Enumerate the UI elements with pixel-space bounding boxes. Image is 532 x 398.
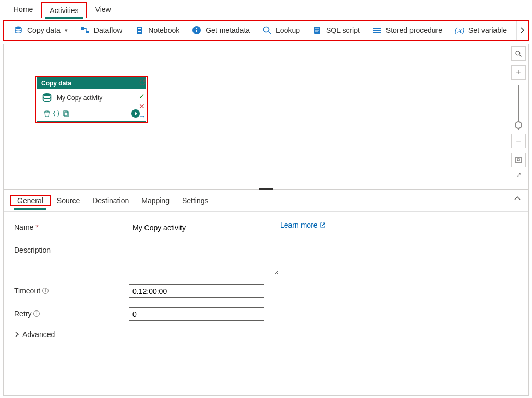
stored-procedure-icon <box>372 26 382 35</box>
advanced-label: Advanced <box>22 330 55 339</box>
expand-canvas-button[interactable]: ⤢ <box>516 171 521 178</box>
tool-dataflow[interactable]: Dataflow <box>74 22 128 38</box>
retry-input[interactable] <box>129 307 264 321</box>
tool-lookup-label: Lookup <box>276 26 300 34</box>
pipeline-canvas[interactable]: Copy data My Copy activity ✓ ✕ <box>3 44 529 190</box>
svg-rect-22 <box>516 157 521 163</box>
svg-rect-4 <box>138 28 141 29</box>
activity-card-selection: Copy data My Copy activity ✓ ✕ <box>35 76 148 123</box>
tab-source[interactable]: Source <box>51 191 86 210</box>
svg-rect-13 <box>373 28 381 29</box>
advanced-toggle[interactable]: Advanced <box>14 330 518 339</box>
tool-set-variable-label: Set variable <box>468 26 507 34</box>
activity-name-label: My Copy activity <box>57 94 102 102</box>
timeout-label: Timeout <box>14 287 40 295</box>
success-handle-icon[interactable]: ✓ <box>139 92 146 101</box>
timeout-input[interactable] <box>129 284 264 298</box>
tool-copy-data[interactable]: Copy data ▾ <box>7 22 74 38</box>
tool-dataflow-label: Dataflow <box>94 26 122 34</box>
svg-rect-15 <box>373 32 381 33</box>
retry-label: Retry <box>14 309 31 318</box>
general-form: Name * Learn more Description Timeout i … <box>4 212 528 348</box>
external-link-icon <box>320 222 326 228</box>
tab-mapping[interactable]: Mapping <box>135 191 176 210</box>
required-indicator: * <box>35 223 38 231</box>
delete-icon[interactable] <box>42 109 52 118</box>
fit-to-screen-button[interactable] <box>511 153 526 167</box>
svg-rect-6 <box>138 31 141 32</box>
name-input[interactable] <box>129 221 264 234</box>
refresh-icon[interactable] <box>139 79 146 86</box>
tool-notebook-label: Notebook <box>148 26 179 34</box>
tool-get-metadata[interactable]: Get metadata <box>186 22 256 38</box>
svg-point-9 <box>196 28 197 29</box>
svg-line-11 <box>269 32 271 34</box>
tab-home[interactable]: Home <box>5 1 41 18</box>
detail-tabs: General Source Destination Mapping Setti… <box>4 190 528 212</box>
tool-lookup[interactable]: Lookup <box>256 22 306 38</box>
collapse-panel-button[interactable] <box>514 196 521 201</box>
info-icon <box>192 26 201 35</box>
dataflow-icon <box>80 26 90 35</box>
script-icon <box>312 26 322 35</box>
tab-activities[interactable]: Activities <box>41 2 87 18</box>
top-tabs: Home Activities View <box>0 0 532 18</box>
svg-rect-8 <box>196 30 197 32</box>
toolbar-more-button[interactable] <box>516 21 528 40</box>
notebook-icon <box>135 26 144 35</box>
svg-rect-18 <box>65 112 68 117</box>
database-icon <box>14 26 23 35</box>
info-icon[interactable]: i <box>42 288 49 294</box>
tool-stored-procedure[interactable]: Stored procedure <box>366 22 449 38</box>
zoom-slider-thumb[interactable] <box>515 121 522 129</box>
fail-handle-icon[interactable]: ✕ <box>139 102 146 110</box>
description-label: Description <box>14 246 51 254</box>
info-icon[interactable]: i <box>33 310 40 317</box>
name-label: Name <box>14 223 33 231</box>
svg-rect-23 <box>517 159 519 161</box>
tool-sql-script-label: SQL script <box>326 26 360 34</box>
zoom-in-button[interactable]: + <box>511 65 526 80</box>
svg-point-20 <box>516 51 520 55</box>
tab-destination[interactable]: Destination <box>86 191 135 210</box>
chevron-down-icon: ▾ <box>65 27 68 34</box>
variable-icon: (𝑥) <box>455 26 464 35</box>
svg-rect-1 <box>81 27 84 30</box>
zoom-out-button[interactable]: − <box>511 134 526 148</box>
code-braces-icon[interactable] <box>52 109 61 118</box>
svg-rect-5 <box>138 30 141 30</box>
svg-rect-17 <box>64 111 67 116</box>
copy-data-activity-card[interactable]: Copy data My Copy activity ✓ ✕ <box>37 77 146 122</box>
chevron-right-icon <box>519 27 525 34</box>
tab-general[interactable]: General <box>11 191 50 210</box>
tool-set-variable[interactable]: (𝑥) Set variable <box>449 22 513 38</box>
database-icon <box>41 92 53 104</box>
tool-get-metadata-label: Get metadata <box>205 26 250 34</box>
svg-point-16 <box>43 93 51 96</box>
description-input[interactable] <box>129 244 280 275</box>
search-icon <box>262 26 272 35</box>
activities-toolbar: Copy data ▾ Dataflow Notebook Get metada… <box>3 20 529 41</box>
canvas-tools: + − ⤢ <box>511 46 526 178</box>
tab-view[interactable]: View <box>87 1 119 18</box>
completion-handle-icon[interactable]: → <box>139 112 146 120</box>
chevron-right-icon <box>14 331 19 338</box>
tool-stored-procedure-label: Stored procedure <box>386 26 442 34</box>
tool-copy-data-label: Copy data <box>27 26 61 34</box>
learn-more-label: Learn more <box>280 221 318 229</box>
learn-more-link[interactable]: Learn more <box>280 221 326 229</box>
svg-rect-14 <box>373 30 381 31</box>
svg-point-10 <box>264 27 269 32</box>
tab-settings[interactable]: Settings <box>176 191 215 210</box>
zoom-slider[interactable] <box>518 85 519 130</box>
tool-notebook[interactable]: Notebook <box>128 22 186 38</box>
svg-line-21 <box>519 55 522 57</box>
details-panel: General Source Destination Mapping Setti… <box>3 190 529 396</box>
tool-sql-script[interactable]: SQL script <box>306 22 366 38</box>
svg-point-0 <box>15 27 21 29</box>
copy-icon[interactable] <box>61 109 70 118</box>
activity-type-label: Copy data <box>37 78 146 89</box>
canvas-search-button[interactable] <box>511 46 526 61</box>
